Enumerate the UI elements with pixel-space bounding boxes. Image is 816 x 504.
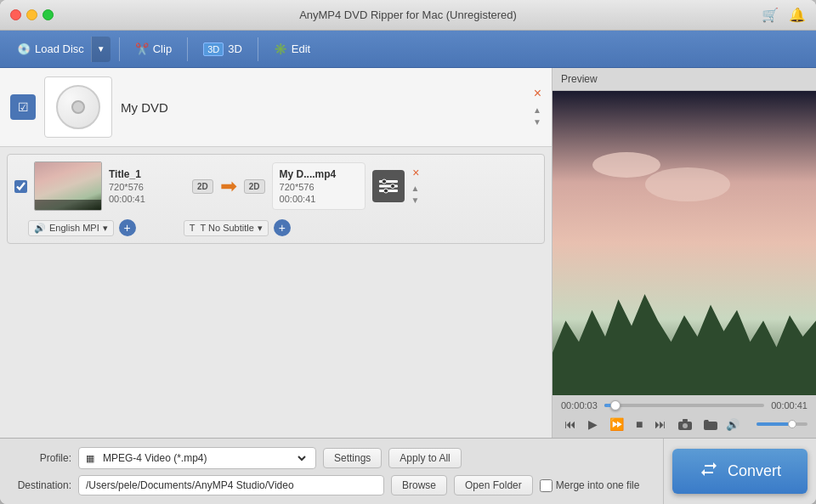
preview-video [552, 91, 816, 395]
skip-forward-button[interactable]: ⏭ [651, 416, 670, 433]
profile-select-wrapper[interactable]: ▦ MPEG-4 Video (*.mp4) [78, 447, 316, 469]
progress-track[interactable] [604, 404, 764, 407]
title-scroll-up-icon[interactable]: ▲ [411, 183, 420, 195]
profile-icon: ▦ [86, 453, 94, 464]
title-scroll-arrows: ▲ ▼ [411, 183, 420, 207]
snapshot-button[interactable] [675, 417, 695, 432]
title-name: Title_1 [109, 168, 185, 180]
title-bar: AnyMP4 DVD Ripper for Mac (Unregistered)… [0, 0, 816, 31]
progress-thumb [610, 400, 620, 411]
edit-button[interactable]: ✳️ Edit [267, 38, 317, 59]
toolbar-divider-1 [119, 37, 120, 61]
add-audio-button[interactable]: + [119, 219, 136, 236]
title-row: Title_1 720*576 00:00:41 2D ➡ 2D My D...… [7, 154, 545, 244]
subtitle-dropdown-icon: ▾ [258, 223, 263, 234]
merge-label: Merge into one file [556, 479, 640, 491]
toolbar: 💿 Load Disc ▼ ✂️ Clip 3D 3D ✳️ Edit [0, 31, 816, 68]
clip-icon: ✂️ [135, 42, 149, 55]
dvd-scroll-arrows: ▲ ▼ [533, 105, 541, 128]
fast-forward-button[interactable]: ⏩ [606, 416, 627, 433]
load-disc-group: 💿 Load Disc ▼ [10, 37, 110, 62]
three-d-button[interactable]: 3D 3D [196, 38, 249, 60]
destination-row: Destination: Browse Open Folder Merge in… [12, 475, 651, 496]
title-scroll-down-icon[interactable]: ▼ [411, 195, 420, 207]
toolbar-divider-3 [258, 37, 258, 61]
dvd-name: My DVD [121, 100, 168, 115]
title-close-button[interactable]: × [412, 166, 419, 179]
minimize-button[interactable] [26, 9, 37, 20]
subtitle-icon: T [190, 223, 196, 233]
bottom-left: Profile: ▦ MPEG-4 Video (*.mp4) Settings… [0, 439, 663, 504]
profile-select[interactable]: MPEG-4 Video (*.mp4) [99, 451, 309, 465]
dvd-row: ☑ My DVD × ▲ ▼ [0, 68, 552, 147]
2d-badge: 2D [192, 179, 213, 194]
subtitle-label: T No Subtitle [200, 223, 253, 233]
progress-bar-container: 00:00:03 00:00:41 [561, 400, 808, 411]
apply-to-all-button[interactable]: Apply to All [388, 448, 461, 468]
dvd-row-right: × ▲ ▼ [533, 86, 541, 128]
output-2d-badge: 2D [244, 179, 265, 194]
thumb-overlay [35, 200, 101, 210]
scroll-down-icon[interactable]: ▼ [533, 116, 541, 128]
cloud-decoration-2 [645, 167, 730, 201]
svg-point-3 [382, 179, 386, 184]
profile-row: Profile: ▦ MPEG-4 Video (*.mp4) Settings… [12, 447, 651, 469]
dvd-disc-icon [56, 85, 100, 129]
clip-label: Clip [153, 42, 172, 55]
play-button[interactable]: ▶ [585, 416, 601, 433]
edit-label: Edit [292, 42, 310, 55]
open-folder-button[interactable]: Open Folder [454, 475, 533, 496]
title-info: Title_1 720*576 00:00:41 [109, 168, 185, 204]
dvd-close-button[interactable]: × [534, 86, 541, 101]
disc-icon: 💿 [17, 42, 31, 55]
dvd-icon-container [44, 76, 112, 138]
output-duration: 00:00:41 [280, 194, 358, 204]
svg-rect-8 [683, 419, 688, 422]
video-controls: 00:00:03 00:00:41 ⏮ ▶ ⏩ ■ ⏭ [552, 395, 816, 438]
dvd-checkbox[interactable]: ☑ [10, 94, 36, 120]
cloud-decoration-1 [592, 152, 660, 178]
destination-label: Destination: [12, 479, 71, 491]
close-button[interactable] [10, 9, 21, 20]
settings-button[interactable]: Settings [323, 448, 382, 468]
open-folder-preview-button[interactable] [700, 417, 721, 432]
scroll-up-icon[interactable]: ▲ [533, 105, 541, 116]
cart-icon[interactable]: 🛒 [762, 7, 779, 23]
skip-back-button[interactable]: ⏮ [561, 416, 580, 433]
output-filename: My D....mp4 [280, 168, 358, 180]
window-title: AnyMP4 DVD Ripper for Mac (Unregistered) [299, 8, 517, 21]
toolbar-divider-2 [187, 37, 188, 61]
audio-dropdown-icon: ▾ [103, 223, 108, 234]
clip-button[interactable]: ✂️ Clip [128, 38, 178, 59]
convert-arrow-icon: ➡ [220, 174, 237, 198]
audio-track-selector[interactable]: 🔊 English MPI ▾ [28, 220, 114, 236]
load-disc-button[interactable]: 💿 Load Disc [10, 38, 91, 59]
bell-icon[interactable]: 🔔 [789, 7, 806, 23]
load-disc-dropdown-button[interactable]: ▼ [91, 37, 110, 62]
audio-subtitle-row: 🔊 English MPI ▾ + T T No Subtitle ▾ + [28, 219, 544, 243]
format-settings-button[interactable] [372, 170, 405, 202]
svg-point-4 [390, 184, 394, 189]
merge-checkbox[interactable] [540, 479, 552, 492]
convert-label: Convert [728, 462, 781, 480]
svg-point-7 [683, 423, 688, 428]
profile-label: Profile: [12, 452, 71, 464]
title-checkbox[interactable] [14, 180, 27, 193]
convert-button[interactable]: Convert [672, 449, 808, 494]
add-subtitle-button[interactable]: + [274, 219, 291, 236]
3d-icon: 3D [203, 42, 224, 56]
browse-button[interactable]: Browse [391, 475, 447, 496]
subtitle-selector[interactable]: T T No Subtitle ▾ [184, 220, 269, 236]
destination-input[interactable] [78, 475, 384, 496]
edit-icon: ✳️ [274, 42, 287, 55]
volume-track[interactable] [756, 422, 808, 426]
video-frame [552, 91, 816, 395]
current-time: 00:00:03 [561, 400, 598, 411]
volume-icon: 🔊 [726, 418, 740, 431]
maximize-button[interactable] [42, 9, 54, 20]
stop-button[interactable]: ■ [632, 416, 646, 433]
main-area: ☑ My DVD × ▲ ▼ [0, 68, 816, 438]
title-row-right: × ▲ ▼ [411, 166, 420, 207]
preview-panel: Preview 00:00:03 00:00:41 [552, 68, 816, 438]
audio-track-label: English MPI [49, 223, 99, 233]
